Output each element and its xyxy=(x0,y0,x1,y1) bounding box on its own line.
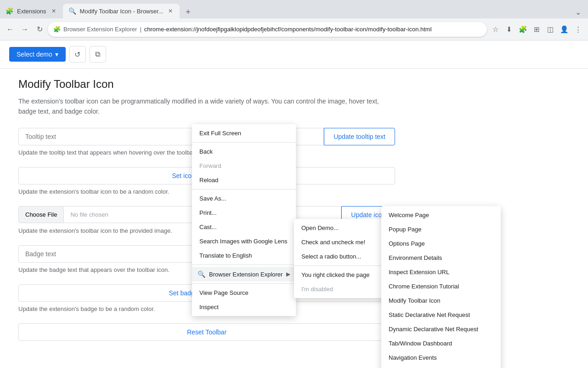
demo-modify-toolbar-icon[interactable]: Modify Toolbar Icon xyxy=(381,293,501,308)
reload-button[interactable]: ↻ xyxy=(33,23,46,36)
ctx-cast[interactable]: Cast... xyxy=(192,220,296,234)
address-separator: | xyxy=(140,26,141,33)
external-link-button[interactable]: ⧉ xyxy=(90,46,106,63)
sub-check-uncheck[interactable]: Check and uncheck me! xyxy=(294,235,395,249)
ctx-forward: Forward xyxy=(192,159,296,173)
ctx-search-icon: 🔍 xyxy=(198,270,205,278)
address-url: chrome-extension://jnofdoejfipgalklopidp… xyxy=(144,26,432,33)
ctx-reload-label: Reload xyxy=(199,177,218,184)
tab-modify-toolbar[interactable]: 🔍 Modify Toolbar Icon - Browser... ✕ xyxy=(63,4,180,18)
sub-check-uncheck-label: Check and uncheck me! xyxy=(301,239,365,246)
tab-modify-toolbar-close[interactable]: ✕ xyxy=(167,7,174,15)
sub-right-clicked-label: You right clicked the page xyxy=(301,271,369,278)
demo-environment-details[interactable]: Environment Details xyxy=(381,251,501,265)
demo-options-page[interactable]: Options Page xyxy=(381,236,501,251)
address-site: Browser Extension Explorer xyxy=(63,26,137,33)
tab-modify-toolbar-label: Modify Toolbar Icon - Browser... xyxy=(80,8,164,15)
tab-search-button[interactable]: ⊞ xyxy=(530,23,543,36)
ctx-search-lens-label: Search Images with Google Lens xyxy=(199,238,288,245)
ctx-browser-extension-explorer[interactable]: 🔍 Browser Extension Explorer ▶ xyxy=(192,267,296,282)
sub-right-clicked[interactable]: You right clicked the page xyxy=(294,268,395,282)
ctx-inspect-label: Inspect xyxy=(199,304,219,310)
ctx-print-label: Print... xyxy=(199,209,217,216)
reset-section: Reset Toolbar xyxy=(18,323,395,341)
ctx-exit-fullscreen-label: Exit Full Screen xyxy=(199,130,241,137)
site-icon: 🧩 xyxy=(53,26,61,33)
demo-tab-window-dashboard[interactable]: Tab/Window Dashboard xyxy=(381,336,501,351)
submenu-open-demo: Open Demo... ▶ Check and uncheck me! Sel… xyxy=(294,219,395,298)
demo-welcome-page[interactable]: Welcome Page xyxy=(381,208,501,222)
ctx-browser-extension-explorer-label: Browser Extension Explorer xyxy=(209,271,283,278)
back-button[interactable]: ← xyxy=(4,23,17,36)
reset-toolbar-button[interactable]: Reset Toolbar xyxy=(18,323,395,341)
demo-navigation-events[interactable]: Navigation Events xyxy=(381,351,501,365)
ctx-separator-4 xyxy=(192,283,296,284)
demo-inspect-extension-url[interactable]: Inspect Extension URL xyxy=(381,265,501,279)
page-description: The extension's toolbar icon can be prog… xyxy=(18,96,395,117)
tab-extensions-close[interactable]: ✕ xyxy=(50,7,57,15)
tab-extensions-label: Extensions xyxy=(17,8,46,15)
new-tab-button[interactable]: + xyxy=(181,6,194,18)
select-demo-label: Select demo xyxy=(17,51,52,58)
demo-static-declarative[interactable]: Static Declarative Net Request xyxy=(381,308,501,322)
ctx-view-source-label: View Page Source xyxy=(199,289,249,296)
external-link-icon: ⧉ xyxy=(95,50,100,58)
sub-separator-1 xyxy=(294,265,395,266)
ctx-exit-fullscreen[interactable]: Exit Full Screen xyxy=(192,126,296,140)
select-demo-dropdown-icon: ▾ xyxy=(55,51,58,58)
demo-dynamic-declarative[interactable]: Dynamic Declarative Net Request xyxy=(381,322,501,336)
sub-disabled: I'm disabled xyxy=(294,282,395,296)
sub-open-demo[interactable]: Open Demo... ▶ xyxy=(294,221,395,235)
demo-toolbar: Select demo ▾ ↺ ⧉ xyxy=(0,40,588,69)
reset-icon: ↺ xyxy=(74,50,80,59)
address-field[interactable]: 🧩 Browser Extension Explorer | chrome-ex… xyxy=(48,22,487,37)
bookmark-button[interactable]: ☆ xyxy=(489,23,502,36)
sub-select-radio[interactable]: Select a radio button... ▶ xyxy=(294,249,395,264)
tab-list-button[interactable]: ⌄ xyxy=(571,6,584,18)
page-title: Modify Toolbar Icon xyxy=(18,78,395,91)
sub-select-radio-label: Select a radio button... xyxy=(301,253,361,260)
submenu-demo-list: Welcome Page Popup Page Options Page Env… xyxy=(381,206,501,368)
ctx-inspect[interactable]: Inspect xyxy=(192,300,296,314)
demo-chrome-extension-tutorial[interactable]: Chrome Extension Tutorial xyxy=(381,279,501,293)
extensions-button[interactable]: 🧩 xyxy=(516,23,529,36)
ctx-separator-3 xyxy=(192,264,296,265)
ctx-save-as-label: Save As... xyxy=(199,195,226,202)
menu-button[interactable]: ⋮ xyxy=(571,23,584,36)
demo-popup-page[interactable]: Popup Page xyxy=(381,222,501,236)
select-demo-button[interactable]: Select demo ▾ xyxy=(9,47,66,62)
ctx-browser-extension-explorer-arrow: ▶ xyxy=(286,271,290,277)
sub-open-demo-label: Open Demo... xyxy=(301,224,339,231)
choose-file-button[interactable]: Choose File xyxy=(18,206,64,223)
demo-extension-messaging[interactable]: Extension Messaging xyxy=(381,365,501,368)
ctx-forward-label: Forward xyxy=(199,162,221,169)
ctx-back[interactable]: Back xyxy=(192,144,296,159)
ctx-print[interactable]: Print... xyxy=(192,206,296,220)
ctx-cast-label: Cast... xyxy=(199,224,217,230)
ctx-back-label: Back xyxy=(199,148,213,155)
ctx-translate-label: Translate to English xyxy=(199,252,252,259)
ctx-reload[interactable]: Reload xyxy=(192,173,296,187)
extensions-tab-icon: 🧩 xyxy=(6,7,13,15)
ctx-separator-1 xyxy=(192,142,296,143)
forward-button[interactable]: → xyxy=(18,23,31,36)
address-bar: ← → ↻ 🧩 Browser Extension Explorer | chr… xyxy=(0,18,588,40)
ctx-search-lens[interactable]: Search Images with Google Lens xyxy=(192,234,296,248)
reset-button[interactable]: ↺ xyxy=(69,46,86,63)
context-menu: Exit Full Screen Back Forward Reload Sav… xyxy=(192,124,296,316)
download-button[interactable]: ⬇ xyxy=(503,23,515,36)
tab-extensions[interactable]: 🧩 Extensions ✕ xyxy=(0,4,63,18)
ctx-separator-2 xyxy=(192,189,296,190)
modify-toolbar-tab-icon: 🔍 xyxy=(68,7,76,15)
split-screen-button[interactable]: ◫ xyxy=(544,23,557,36)
update-tooltip-button[interactable]: Update tooltip text xyxy=(324,128,395,145)
ctx-view-source[interactable]: View Page Source xyxy=(192,286,296,300)
profile-button[interactable]: 👤 xyxy=(558,23,571,36)
ctx-translate[interactable]: Translate to English xyxy=(192,248,296,263)
ctx-save-as[interactable]: Save As... xyxy=(192,191,296,206)
sub-disabled-label: I'm disabled xyxy=(301,286,333,293)
